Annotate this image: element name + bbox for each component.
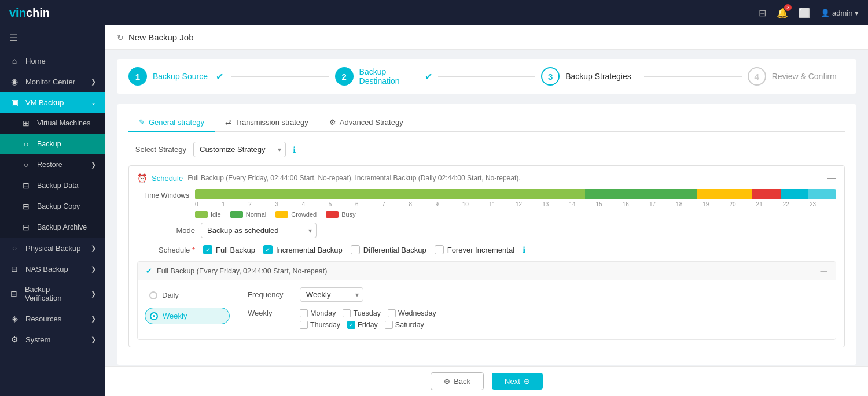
day-friday-box[interactable] bbox=[347, 321, 355, 329]
sidebar-item-restore[interactable]: ○ Restore ❯ bbox=[0, 154, 105, 175]
notification-badge: 3 bbox=[784, 4, 792, 11]
radio-weekly-label: Weekly bbox=[163, 312, 187, 320]
nas-backup-arrow: ❯ bbox=[91, 265, 96, 273]
weekly-days-row: Weekly Monday Tuesday bbox=[248, 309, 829, 317]
checkbox-forever-incremental[interactable]: Forever Incremental bbox=[435, 245, 514, 254]
tab-general-label: General strategy bbox=[149, 118, 204, 127]
legend-normal-label: Normal bbox=[246, 211, 266, 218]
schedule-info-icon[interactable]: ℹ bbox=[523, 245, 525, 254]
day-monday-box[interactable] bbox=[300, 309, 308, 317]
checkbox-incremental-backup-label: Incremental Backup bbox=[276, 246, 343, 254]
step-review-confirm: 4 Review & Confirm bbox=[748, 67, 845, 86]
logo-prefix: vin bbox=[9, 6, 26, 19]
sidebar-item-nas-backup[interactable]: ⊟ NAS Backup ❯ bbox=[0, 258, 105, 279]
strategy-info-icon[interactable]: ℹ bbox=[293, 145, 296, 154]
checkbox-differential-backup[interactable]: Differential Backup bbox=[351, 245, 426, 254]
user-menu[interactable]: 👤 admin ▾ bbox=[821, 9, 859, 17]
checkbox-full-backup[interactable]: Full Backup bbox=[203, 245, 255, 254]
sub-panel-collapse-icon[interactable]: — bbox=[821, 267, 828, 275]
strategy-select[interactable]: Customize Strategy bbox=[193, 142, 286, 157]
day-checkboxes-2: Thursday Friday Saturday bbox=[300, 321, 424, 329]
tw-teal2-segment bbox=[808, 189, 836, 199]
sidebar-item-backup-verification[interactable]: ⊟ Backup Verification ❯ bbox=[0, 279, 105, 308]
transmission-icon: ⇄ bbox=[225, 118, 231, 127]
virtual-machines-icon: ⊞ bbox=[21, 119, 31, 128]
mode-select-wrap: Backup as scheduled ▾ bbox=[201, 223, 317, 238]
frequency-select[interactable]: Weekly bbox=[300, 287, 363, 302]
weekly-days-row-2: Thursday Friday Saturday bbox=[248, 321, 829, 329]
day-friday-label: Friday bbox=[358, 321, 378, 329]
day-wednesday-box[interactable] bbox=[388, 309, 396, 317]
sidebar-item-vm-backup[interactable]: ▣ VM Backup ⌄ bbox=[0, 92, 105, 113]
sub-panel-right: Frequency Weekly ▾ Weekly bbox=[237, 287, 829, 332]
messages-icon[interactable]: ⊟ bbox=[759, 8, 766, 18]
display-icon[interactable]: ⬜ bbox=[799, 8, 810, 18]
back-icon: ⊕ bbox=[444, 377, 450, 386]
checkbox-full-backup-box[interactable] bbox=[203, 245, 212, 254]
sidebar-label-physical-backup: Physical Backup bbox=[25, 244, 80, 253]
checkbox-differential-backup-label: Differential Backup bbox=[363, 246, 426, 254]
sidebar-item-backup-data[interactable]: ⊟ Backup Data bbox=[0, 175, 105, 196]
strategy-select-wrap: Customize Strategy ▾ bbox=[193, 142, 286, 157]
sidebar-item-backup-archive[interactable]: ⊟ Backup Archive bbox=[0, 217, 105, 238]
sub-panel-header-label: Full Backup (Every Friday, 02:44:00 Star… bbox=[157, 267, 327, 275]
sub-panel-body: Daily Weekly Frequency bbox=[138, 280, 836, 339]
day-tuesday[interactable]: Tuesday bbox=[343, 309, 380, 317]
step-label-3: Backup Strategies bbox=[565, 72, 631, 81]
weekly-label: Weekly bbox=[248, 309, 294, 317]
time-windows-legend: Idle Normal Crowded bbox=[195, 211, 836, 218]
refresh-icon[interactable]: ↻ bbox=[117, 33, 124, 42]
sidebar-item-backup-copy[interactable]: ⊟ Backup Copy bbox=[0, 196, 105, 217]
day-tuesday-box[interactable] bbox=[343, 309, 351, 317]
sidebar-toggle[interactable]: ☰ bbox=[0, 25, 105, 50]
sidebar-label-nas-backup: NAS Backup bbox=[25, 265, 68, 273]
day-wednesday[interactable]: Wednesday bbox=[388, 309, 436, 317]
page-content: 1 Backup Source ✔ 2 Backup Destination ✔ bbox=[105, 50, 868, 366]
form-panel: ✎ General strategy ⇄ Transmission strate… bbox=[117, 104, 856, 365]
day-saturday-box[interactable] bbox=[385, 321, 393, 329]
legend-crowded-color bbox=[275, 211, 288, 218]
home-icon: ⌂ bbox=[9, 56, 20, 65]
legend-idle-color bbox=[195, 211, 208, 218]
radio-weekly[interactable]: Weekly bbox=[145, 308, 230, 324]
checkbox-differential-backup-box[interactable] bbox=[351, 245, 360, 254]
sub-panel-check-icon: ✔ bbox=[146, 267, 152, 275]
resources-icon: ◈ bbox=[9, 314, 20, 323]
day-thursday-box[interactable] bbox=[300, 321, 308, 329]
day-saturday[interactable]: Saturday bbox=[385, 321, 424, 329]
backup-icon: ○ bbox=[21, 139, 31, 149]
day-thursday[interactable]: Thursday bbox=[300, 321, 340, 329]
tab-transmission-strategy[interactable]: ⇄ Transmission strategy bbox=[215, 113, 319, 132]
sidebar-item-resources[interactable]: ◈ Resources ❯ bbox=[0, 308, 105, 329]
sidebar-item-monitor[interactable]: ◉ Monitor Center ❯ bbox=[0, 71, 105, 92]
tab-general-strategy[interactable]: ✎ General strategy bbox=[128, 113, 215, 132]
schedule-collapse-icon[interactable]: — bbox=[827, 173, 836, 183]
back-button[interactable]: ⊕ Back bbox=[431, 372, 484, 390]
system-arrow: ❯ bbox=[91, 336, 96, 343]
notifications-icon[interactable]: 🔔 3 bbox=[777, 8, 788, 18]
legend-crowded-label: Crowded bbox=[291, 211, 317, 218]
logo-suffix: chin bbox=[26, 6, 50, 19]
sidebar-item-home[interactable]: ⌂ Home bbox=[0, 50, 105, 71]
steps-wizard: 1 Backup Source ✔ 2 Backup Destination ✔ bbox=[117, 59, 856, 94]
checkbox-incremental-backup-box[interactable] bbox=[263, 245, 273, 254]
tw-idle-segment bbox=[195, 189, 585, 199]
day-friday[interactable]: Friday bbox=[347, 321, 378, 329]
time-windows-numbers: 0 1 2 3 4 5 6 7 8 9 10 1 bbox=[195, 201, 836, 208]
day-thursday-label: Thursday bbox=[310, 321, 340, 329]
sidebar-item-system[interactable]: ⚙ System ❯ bbox=[0, 329, 105, 350]
sidebar-item-backup[interactable]: ○ Backup bbox=[0, 134, 105, 154]
checkbox-forever-incremental-label: Forever Incremental bbox=[447, 246, 514, 254]
day-monday[interactable]: Monday bbox=[300, 309, 336, 317]
radio-daily[interactable]: Daily bbox=[145, 287, 230, 303]
time-windows-bar-wrap: 0 1 2 3 4 5 6 7 8 9 10 1 bbox=[195, 189, 836, 218]
checkbox-incremental-backup[interactable]: Incremental Backup bbox=[263, 245, 343, 254]
radio-daily-circle bbox=[149, 291, 157, 299]
sidebar-label-resources: Resources bbox=[25, 314, 61, 323]
checkbox-forever-incremental-box[interactable] bbox=[435, 245, 444, 254]
next-button[interactable]: Next ⊕ bbox=[492, 373, 543, 390]
mode-select[interactable]: Backup as scheduled bbox=[201, 223, 317, 238]
sidebar-item-virtual-machines[interactable]: ⊞ Virtual Machines bbox=[0, 113, 105, 134]
sidebar-item-physical-backup[interactable]: ○ Physical Backup ❯ bbox=[0, 238, 105, 258]
tab-advanced-strategy[interactable]: ⚙ Advanced Strategy bbox=[319, 113, 414, 132]
